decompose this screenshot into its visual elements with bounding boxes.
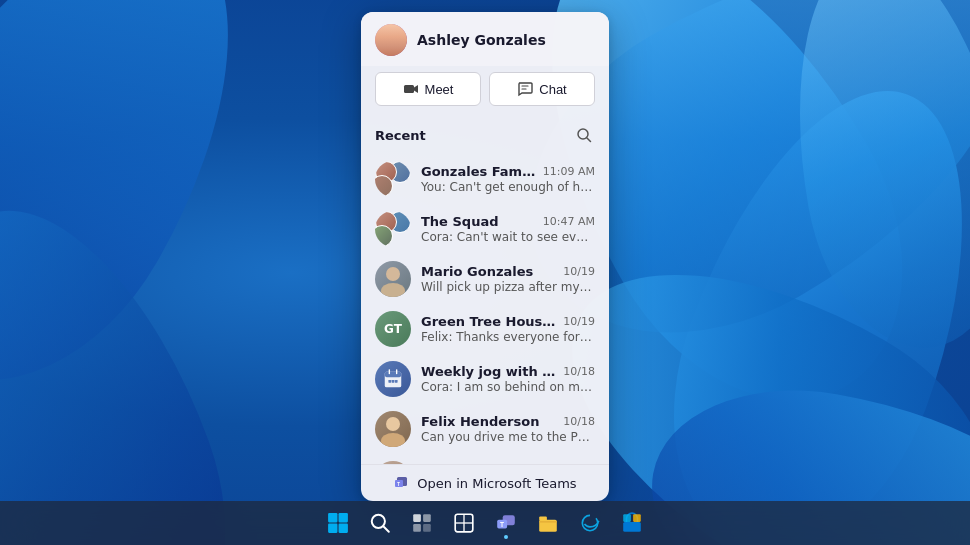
svg-point-13	[381, 433, 405, 447]
svg-line-24	[383, 526, 389, 532]
person-icon	[375, 411, 411, 447]
chat-avatar	[375, 161, 411, 197]
chat-avatar	[375, 261, 411, 297]
teams-taskbar-icon: T	[495, 512, 517, 534]
chat-item[interactable]: Mario Gonzales 10/19 Will pick up pizza …	[361, 254, 609, 304]
svg-rect-28	[423, 524, 431, 532]
chat-time: 10:47 AM	[543, 215, 595, 228]
chat-avatar	[375, 361, 411, 397]
widgets-button[interactable]	[446, 505, 482, 541]
calendar-icon	[382, 368, 404, 390]
chat-avatar: GT	[375, 311, 411, 347]
chat-name: The Squad	[421, 214, 498, 229]
svg-point-3	[386, 267, 400, 281]
popup-header: Ashley Gonzales	[361, 12, 609, 66]
chat-time: 10/19	[563, 265, 595, 278]
chat-preview: Will pick up pizza after my practice.	[421, 280, 595, 294]
avatar-face	[375, 24, 407, 56]
svg-rect-27	[413, 524, 421, 532]
chat-item[interactable]: GT Green Tree House PTA 10/19 Felix: Tha…	[361, 304, 609, 354]
explorer-icon	[537, 512, 559, 534]
chat-time: 10/18	[563, 365, 595, 378]
chat-preview: Cora: Can't wait to see everyone!	[421, 230, 595, 244]
meet-label: Meet	[425, 82, 454, 97]
chat-label: Chat	[539, 82, 566, 97]
teams-chat-popup: Ashley Gonzales Meet Chat Recent	[361, 12, 609, 501]
chat-top: Felix Henderson 10/18	[421, 414, 595, 429]
task-view-button[interactable]	[404, 505, 440, 541]
svg-rect-10	[392, 380, 395, 383]
chat-name: Gonzales Family	[421, 164, 537, 179]
chat-content: Green Tree House PTA 10/19 Felix: Thanks…	[421, 314, 595, 344]
meet-button[interactable]: Meet	[375, 72, 481, 106]
svg-rect-26	[423, 514, 431, 522]
user-avatar	[375, 24, 407, 56]
chat-button[interactable]: Chat	[489, 72, 595, 106]
search-icon	[576, 127, 592, 143]
svg-point-12	[386, 417, 400, 431]
svg-rect-0	[404, 85, 414, 93]
chat-top: Mario Gonzales 10/19	[421, 264, 595, 279]
chat-preview: Felix: Thanks everyone for attending tod…	[421, 330, 595, 344]
chat-item[interactable]: Gonzales Family 11:09 AM You: Can't get …	[361, 154, 609, 204]
chat-item[interactable]: Weekly jog with Cora 10/18 Cora: I am so…	[361, 354, 609, 404]
svg-rect-22	[339, 524, 348, 533]
chat-time: 10/18	[563, 415, 595, 428]
svg-rect-20	[339, 513, 348, 522]
chat-top: Weekly jog with Cora 10/18	[421, 364, 595, 379]
start-button[interactable]	[320, 505, 356, 541]
svg-rect-37	[623, 522, 641, 532]
explorer-button[interactable]	[530, 505, 566, 541]
taskview-icon	[411, 512, 433, 534]
chat-time: 11:09 AM	[543, 165, 595, 178]
teams-taskbar-button[interactable]: T	[488, 505, 524, 541]
store-button[interactable]	[614, 505, 650, 541]
recent-header: Recent	[361, 118, 609, 154]
svg-rect-19	[328, 513, 337, 522]
video-icon	[403, 81, 419, 97]
chat-list: Gonzales Family 11:09 AM You: Can't get …	[361, 154, 609, 464]
chat-item[interactable]: Amber Rodriguez 10/18 That is awesome! L…	[361, 454, 609, 464]
chat-time: 10/19	[563, 315, 595, 328]
edge-icon	[579, 512, 601, 534]
chat-content: The Squad 10:47 AM Cora: Can't wait to s…	[421, 214, 595, 244]
widgets-icon	[453, 512, 475, 534]
chat-top: The Squad 10:47 AM	[421, 214, 595, 229]
svg-rect-6	[385, 372, 402, 378]
svg-rect-25	[413, 514, 421, 522]
search-taskbar-button[interactable]	[362, 505, 398, 541]
chat-preview: Can you drive me to the PTA today?	[421, 430, 595, 444]
chat-avatar	[375, 411, 411, 447]
open-teams-label: Open in Microsoft Teams	[417, 476, 576, 491]
chat-content: Mario Gonzales 10/19 Will pick up pizza …	[421, 264, 595, 294]
svg-rect-39	[633, 514, 641, 522]
windows-icon	[327, 512, 349, 534]
chat-item[interactable]: Felix Henderson 10/18 Can you drive me t…	[361, 404, 609, 454]
chat-content: Felix Henderson 10/18 Can you drive me t…	[421, 414, 595, 444]
svg-rect-36	[539, 516, 547, 520]
chat-top: Gonzales Family 11:09 AM	[421, 164, 595, 179]
chat-preview: Cora: I am so behind on my step goals	[421, 380, 595, 394]
search-button[interactable]	[573, 124, 595, 146]
chat-name: Green Tree House PTA	[421, 314, 557, 329]
teams-icon: T	[393, 475, 409, 491]
svg-rect-21	[328, 524, 337, 533]
user-name: Ashley Gonzales	[417, 32, 546, 48]
chat-icon	[517, 81, 533, 97]
popup-actions: Meet Chat	[361, 66, 609, 118]
chat-name: Felix Henderson	[421, 414, 539, 429]
store-icon	[621, 512, 643, 534]
chat-item[interactable]: The Squad 10:47 AM Cora: Can't wait to s…	[361, 204, 609, 254]
edge-button[interactable]	[572, 505, 608, 541]
chat-content: Weekly jog with Cora 10/18 Cora: I am so…	[421, 364, 595, 394]
svg-rect-38	[623, 514, 631, 522]
open-teams-button[interactable]: T Open in Microsoft Teams	[361, 464, 609, 501]
search-taskbar-icon	[369, 512, 391, 534]
svg-rect-9	[388, 380, 391, 383]
svg-rect-11	[395, 380, 398, 383]
chat-avatar	[375, 211, 411, 247]
chat-name: Mario Gonzales	[421, 264, 533, 279]
person-icon	[375, 261, 411, 297]
chat-top: Green Tree House PTA 10/19	[421, 314, 595, 329]
svg-text:T: T	[397, 481, 400, 487]
